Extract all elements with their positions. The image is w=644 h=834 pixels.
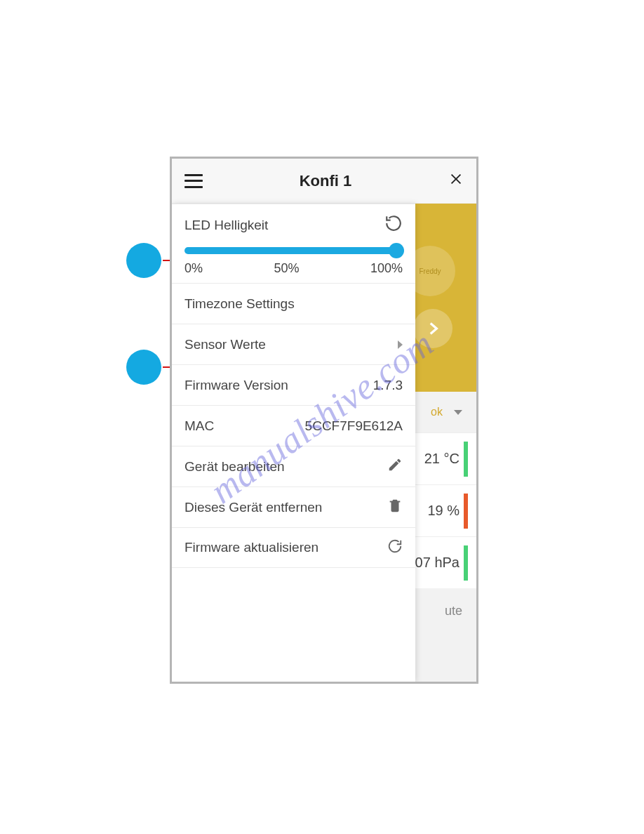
app-header: Konfi 1 [172,159,476,204]
item-value: 1.7.3 [373,378,403,393]
led-label: LED Helligkeit [185,218,268,233]
item-label: MAC [185,418,214,434]
status-indicator-red [464,494,468,529]
slider-tick-mid: 50% [274,261,299,276]
item-value: 5CCF7F9E612A [305,418,403,434]
phone-frame: Konfi 1 Freddy ok 21 °C 19 % [170,157,478,684]
item-label: Gerät bearbeiten [185,459,285,475]
page-title: Konfi 1 [300,172,352,190]
remove-device-item[interactable]: Dieses Gerät entfernen [172,486,415,527]
update-firmware-item[interactable]: Firmware aktualisieren [172,527,415,568]
metric-value: 19 % [427,503,459,519]
reset-icon[interactable] [384,214,403,236]
item-label: Firmware aktualisieren [185,540,318,555]
pencil-icon [387,457,403,476]
led-brightness-section: LED Helligkeit 0% 50% 100% [172,204,415,283]
settings-panel: LED Helligkeit 0% 50% 100% Timezone Sett… [172,204,415,682]
slider-tick-min: 0% [185,261,203,276]
slider-tick-max: 100% [370,261,403,276]
close-icon[interactable] [448,171,464,191]
metric-value: 21 °C [424,451,459,467]
firmware-version-item: Firmware Version 1.7.3 [172,364,415,405]
brightness-slider[interactable]: 0% 50% 100% [185,247,403,276]
next-device-button[interactable] [413,309,452,348]
item-label: Sensor Werte [185,337,266,352]
callout-dot-1 [126,243,161,278]
slider-thumb[interactable] [389,243,404,258]
sensor-values-item[interactable]: Sensor Werte [172,324,415,364]
mac-address-item: MAC 5CCF7F9E612A [172,405,415,446]
status-text: ok [431,406,443,418]
trash-icon [387,498,403,517]
status-indicator-green [464,545,468,581]
footer-text: ute [445,604,462,618]
edit-device-item[interactable]: Gerät bearbeiten [172,446,415,486]
callout-dot-2 [126,350,161,385]
update-icon [387,538,403,557]
item-label: Timezone Settings [185,296,295,312]
item-label: Dieses Gerät entfernen [185,500,322,515]
status-indicator-green [464,442,468,477]
item-label: Firmware Version [185,378,288,393]
chevron-right-icon [398,340,403,349]
menu-icon[interactable] [185,174,203,188]
timezone-settings-item[interactable]: Timezone Settings [172,283,415,324]
chevron-down-icon [454,410,462,415]
